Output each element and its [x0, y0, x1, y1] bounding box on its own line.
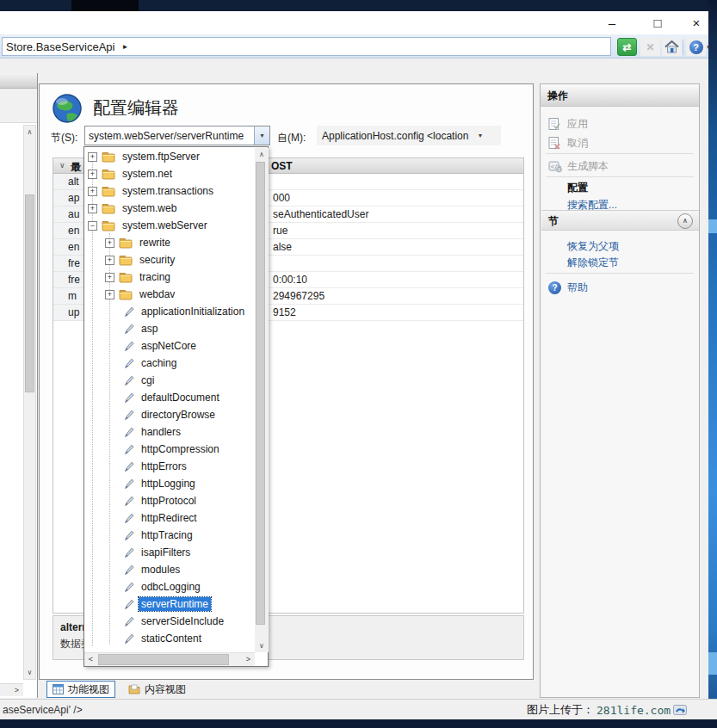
tree-item[interactable]: defaultDocument [84, 389, 255, 406]
property-value-cell[interactable]: 000 [264, 190, 523, 207]
tree-item-label[interactable]: aspNetCore [139, 339, 199, 353]
scroll-right-icon[interactable]: > [242, 653, 255, 666]
tree-item[interactable]: httpCompression [84, 441, 255, 458]
tree-item-label[interactable]: isapiFilters [139, 546, 193, 559]
tree-item[interactable]: + security [84, 251, 255, 268]
revert-to-parent-link[interactable]: 恢复为父项 [541, 238, 699, 255]
tree-item-label[interactable]: httpRedirect [139, 511, 200, 525]
tree-item[interactable]: + tracing [84, 268, 255, 286]
tree-item[interactable]: + system.ftpServer [84, 148, 255, 165]
property-value-cell[interactable]: 9152 [264, 305, 523, 321]
tree-item-label[interactable]: httpErrors [139, 460, 189, 473]
tree-item[interactable]: + webdav [84, 286, 255, 303]
address-breadcrumb-input[interactable]: Store.BaseServiceApi ► [2, 37, 611, 56]
tab-content-view[interactable]: 内容视图 [122, 681, 192, 698]
tree-item[interactable]: modules [84, 561, 255, 578]
connections-vertical-scrollbar[interactable]: ∧ ∨ [23, 125, 36, 680]
from-combobox[interactable]: ApplicationHost.config <location ▼ [317, 126, 501, 145]
tree-item-label[interactable]: system.transactions [120, 184, 216, 198]
tree-item[interactable]: serverSideInclude [84, 613, 255, 630]
tree-item-label[interactable]: serverSideInclude [139, 614, 226, 628]
scroll-down-icon[interactable]: ∨ [24, 666, 35, 679]
tree-item-label[interactable]: system.net [120, 167, 175, 181]
unlock-section-link[interactable]: 解除锁定节 [541, 254, 699, 271]
restart-icon[interactable]: ⇄ [617, 38, 637, 56]
tree-item-label[interactable]: odbcLogging [139, 580, 203, 594]
expander-icon[interactable]: − [88, 221, 97, 231]
property-value-cell[interactable] [264, 256, 523, 272]
tree-item[interactable]: isapiFilters [84, 544, 255, 561]
expander-icon[interactable]: + [105, 238, 114, 248]
tree-item-label[interactable]: defaultDocument [139, 391, 222, 404]
tree-item-label[interactable]: system.webServer [120, 219, 210, 232]
scroll-up-icon[interactable]: ∧ [255, 148, 269, 161]
tree-item[interactable]: − system.webServer [84, 217, 255, 234]
section-group-header[interactable]: 节 ∧ [541, 210, 699, 231]
home-icon[interactable] [662, 38, 682, 56]
tree-item[interactable]: httpProtocol [84, 492, 255, 509]
connections-horizontal-scrollbar[interactable]: > [0, 683, 23, 696]
tree-item-label[interactable]: directoryBrowse [139, 408, 218, 422]
stop-icon[interactable]: ✕ [640, 38, 660, 56]
scrollbar-thumb[interactable] [98, 654, 229, 665]
tree-item-label[interactable]: tracing [137, 270, 173, 284]
apply-button[interactable]: 应用 [541, 115, 699, 133]
tree-item-label[interactable]: security [137, 253, 177, 267]
minimize-button[interactable]: – [598, 14, 626, 33]
breadcrumb-arrow-icon[interactable]: ► [121, 43, 128, 51]
tree-item-label[interactable]: staticContent [139, 632, 204, 645]
tree-item[interactable]: + rewrite [84, 234, 255, 251]
property-value-cell[interactable]: alse [264, 239, 523, 256]
tree-item[interactable]: + system.web [84, 200, 255, 217]
close-button[interactable]: × [683, 14, 710, 33]
scroll-right-icon[interactable]: > [10, 684, 23, 697]
cancel-button[interactable]: 取消 [541, 134, 699, 151]
property-value-cell[interactable]: 0:00:10 [264, 272, 523, 288]
help-dropdown-caret-icon[interactable]: ▼ [706, 45, 711, 50]
tree-item-label[interactable]: webdav [137, 287, 177, 301]
property-value-cell[interactable]: seAuthenticatedUser [264, 207, 523, 223]
section-combobox[interactable]: system.webServer/serverRuntime ▼ [84, 126, 270, 145]
scroll-up-icon[interactable]: ∧ [24, 126, 35, 139]
expander-icon[interactable]: + [88, 187, 97, 196]
expander-icon[interactable]: + [88, 152, 97, 162]
tree-item-label[interactable]: applicationInitialization [139, 305, 247, 318]
scroll-left-icon[interactable]: < [84, 653, 97, 666]
tree-item-label[interactable]: rewrite [137, 236, 173, 250]
tree-item-label[interactable]: system.ftpServer [120, 150, 202, 163]
tree-item-label[interactable]: httpProtocol [139, 494, 199, 508]
popup-vertical-scrollbar[interactable]: ∧ ∨ [255, 148, 269, 652]
popup-horizontal-scrollbar[interactable]: < > [84, 652, 255, 666]
scroll-down-icon[interactable]: ∨ [255, 639, 269, 652]
property-value-cell[interactable]: rue [264, 223, 523, 239]
property-value-cell[interactable]: 294967295 [264, 288, 523, 305]
scrollbar-thumb[interactable] [25, 194, 34, 392]
tree-item[interactable]: cgi [84, 372, 255, 389]
expander-icon[interactable]: + [88, 204, 97, 213]
tree-item-label[interactable]: httpCompression [139, 442, 222, 456]
help-icon[interactable]: ? [686, 38, 706, 56]
tree-item[interactable]: serverRuntime [84, 595, 255, 613]
generate-script-button[interactable]: </> 生成脚本 [541, 157, 699, 175]
tree-item-label[interactable]: httpLogging [139, 477, 198, 490]
maximize-button[interactable]: □ [644, 14, 671, 33]
tree-item[interactable]: odbcLogging [84, 578, 255, 595]
chevron-down-icon[interactable]: ▼ [254, 126, 269, 145]
tab-features-view[interactable]: 功能视图 [46, 681, 115, 698]
tree-item[interactable]: handlers [84, 423, 255, 441]
tree-item-label[interactable]: handlers [139, 425, 183, 439]
tree-item[interactable]: httpTracing [84, 527, 255, 544]
tree-item-label[interactable]: caching [139, 356, 179, 370]
expander-icon[interactable]: + [105, 256, 114, 265]
tree-item-label[interactable]: system.web [120, 201, 179, 215]
tree-item[interactable]: asp [84, 320, 255, 337]
collapse-group-icon[interactable]: ∧ [677, 213, 693, 229]
expander-icon[interactable]: + [105, 273, 114, 282]
tree-item-label[interactable]: asp [139, 322, 160, 336]
tree-item[interactable]: aspNetCore [84, 337, 255, 355]
expander-icon[interactable]: + [88, 170, 97, 179]
tree-item[interactable]: httpErrors [84, 458, 255, 475]
tree-item-label[interactable]: serverRuntime [139, 597, 211, 611]
tree-item[interactable]: directoryBrowse [84, 406, 255, 423]
tree-item[interactable]: applicationInitialization [84, 303, 255, 320]
